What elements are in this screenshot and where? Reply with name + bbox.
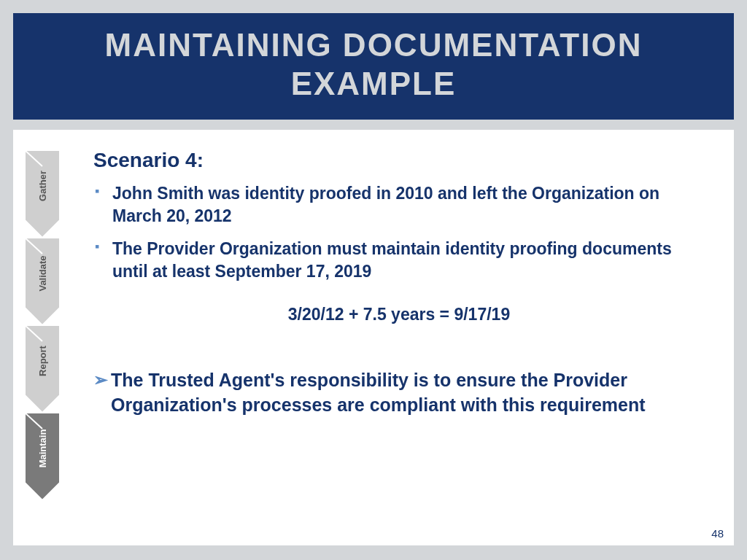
slide-title: MAINTAINING DOCUMENTATION EXAMPLE xyxy=(20,26,727,104)
list-item: John Smith was identity proofed in 2010 … xyxy=(109,182,705,228)
chevron-maintain: Maintain xyxy=(25,413,60,493)
arrow-icon: ➢ xyxy=(93,368,108,392)
date-equation: 3/20/12 + 7.5 years = 9/17/19 xyxy=(93,305,705,324)
slide: MAINTAINING DOCUMENTATION EXAMPLE Gather… xyxy=(0,0,747,560)
chevron-label: Validate xyxy=(37,256,48,292)
list-item: The Provider Organization must maintain … xyxy=(109,238,705,283)
chevron-label: Report xyxy=(37,346,48,376)
chevron-label: Gather xyxy=(37,171,48,201)
body-area: GatherValidateReportMaintain Scenario 4:… xyxy=(13,130,734,545)
scenario-heading: Scenario 4: xyxy=(93,149,705,172)
page-number: 48 xyxy=(711,527,724,540)
key-point-text: The Trusted Agent's responsibility is to… xyxy=(111,368,705,418)
chevron-validate: Validate xyxy=(25,238,60,318)
chevron-gather: Gather xyxy=(25,150,60,230)
chevron-label: Maintain xyxy=(37,429,48,468)
title-bar: MAINTAINING DOCUMENTATION EXAMPLE xyxy=(13,13,734,120)
key-point: ➢ The Trusted Agent's responsibility is … xyxy=(93,368,705,418)
chevron-report: Report xyxy=(25,325,60,405)
bullet-list: John Smith was identity proofed in 2010 … xyxy=(93,182,705,283)
process-chevrons: GatherValidateReportMaintain xyxy=(25,150,69,500)
